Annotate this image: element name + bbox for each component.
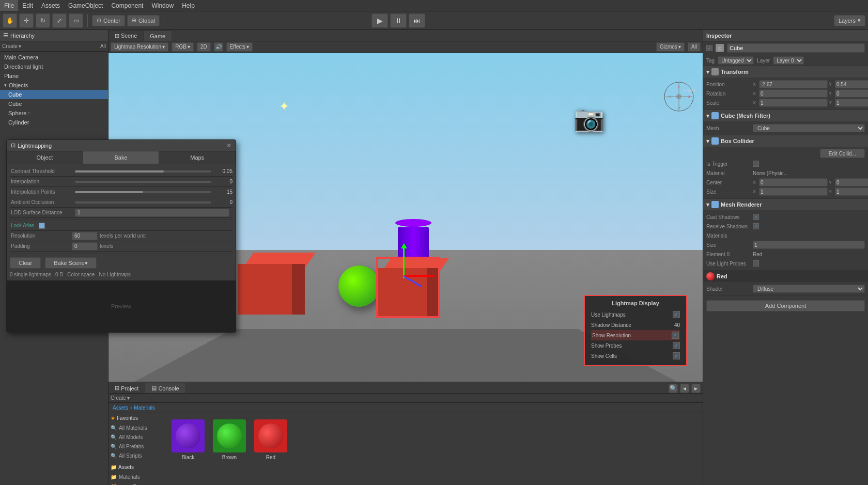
- lm-lock-atlas-check[interactable]: [39, 223, 45, 229]
- hand-tool[interactable]: ✋: [3, 13, 17, 28]
- menu-component[interactable]: Component: [107, 0, 147, 11]
- bottom-collapse-btn[interactable]: ◂: [680, 384, 689, 393]
- rgb-btn[interactable]: RGB ▾: [172, 42, 194, 52]
- center-x-input[interactable]: [759, 178, 828, 186]
- object-name-input[interactable]: [727, 43, 865, 53]
- transform-header[interactable]: ▾ Transform: [703, 66, 868, 77]
- menu-gameobject[interactable]: GameObject: [64, 0, 107, 11]
- project-create-btn[interactable]: Create ▾: [111, 395, 130, 401]
- tab-game[interactable]: Game: [144, 30, 172, 41]
- lm-tab-object[interactable]: Object: [7, 151, 83, 164]
- hier-main-camera[interactable]: Main Camera: [0, 53, 108, 62]
- fav-all-models[interactable]: 🔍 All Models: [111, 432, 163, 442]
- asset-red[interactable]: Red: [254, 419, 287, 460]
- move-tool[interactable]: ✛: [19, 13, 34, 28]
- menu-window[interactable]: Window: [147, 0, 178, 11]
- hier-cylinder[interactable]: Cylinder: [0, 118, 108, 127]
- all-btn[interactable]: All: [688, 42, 701, 52]
- lm-tab-maps[interactable]: Maps: [159, 151, 236, 164]
- pause-button[interactable]: ⏸: [390, 13, 407, 28]
- lm-ambient-slider[interactable]: [75, 201, 211, 204]
- lm-bake-btn[interactable]: Bake Scene ▾: [45, 257, 96, 269]
- receive-shadows-check[interactable]: [753, 223, 759, 229]
- use-light-probes-check[interactable]: [753, 260, 759, 267]
- material-header[interactable]: Red: [703, 271, 868, 282]
- effects-btn[interactable]: Effects ▾: [226, 42, 253, 52]
- lightmap-resolution-btn[interactable]: Lightmap Resolution ▾: [111, 42, 168, 52]
- scale-tool[interactable]: ⤢: [52, 13, 67, 28]
- play-button[interactable]: ▶: [371, 13, 388, 28]
- breadcrumb-assets[interactable]: Assets: [113, 405, 128, 411]
- mesh-select[interactable]: Cube: [753, 124, 865, 132]
- lm-tab-bake[interactable]: Bake: [83, 151, 160, 164]
- hier-cube-1[interactable]: Cube: [0, 90, 108, 99]
- menu-assets[interactable]: Assets: [37, 0, 64, 11]
- lm-interp-points-slider[interactable]: [75, 191, 211, 193]
- edit-collider-btn[interactable]: Edit Collid...: [820, 149, 865, 158]
- fav-all-materials[interactable]: 🔍 All Materials: [111, 423, 163, 432]
- ld-use-lightmaps-check[interactable]: ✓: [673, 311, 680, 318]
- fav-all-prefabs[interactable]: 🔍 All Prefabs: [111, 442, 163, 451]
- center-y-input[interactable]: [835, 178, 868, 186]
- breadcrumb-materials[interactable]: Materials: [134, 405, 155, 411]
- tab-project[interactable]: ⊞ Project: [109, 383, 145, 393]
- shader-select[interactable]: Diffuse: [753, 285, 865, 293]
- tab-scene[interactable]: ⊞ Scene: [109, 30, 144, 41]
- hier-cube-2[interactable]: Cube: [0, 99, 108, 108]
- hier-plane[interactable]: Plane: [0, 71, 108, 81]
- hier-sphere[interactable]: Sphere :: [0, 108, 108, 118]
- audio-btn[interactable]: 🔊: [214, 42, 223, 52]
- fav-all-scripts[interactable]: 🔍 All Scripts: [111, 451, 163, 460]
- box-collider-header[interactable]: ▾ Box Collider: [703, 135, 868, 147]
- 2d-btn[interactable]: 2D: [197, 42, 211, 52]
- layers-dropdown[interactable]: Layers ▾: [834, 15, 865, 26]
- position-x-input[interactable]: [759, 80, 828, 88]
- lm-clear-btn[interactable]: Clear: [10, 257, 41, 269]
- object-active-check[interactable]: [706, 45, 712, 51]
- tab-console[interactable]: ▤ Console: [145, 383, 185, 393]
- lm-contrast-slider[interactable]: [75, 170, 211, 173]
- ld-show-cells-check[interactable]: ✓: [673, 352, 680, 359]
- pivot-center-btn[interactable]: ⊙ Center: [92, 15, 125, 26]
- mat-size-input[interactable]: [753, 241, 865, 249]
- bottom-search-btn[interactable]: 🔍: [669, 384, 678, 393]
- position-y-input[interactable]: [835, 80, 868, 88]
- scale-x-input[interactable]: [759, 99, 828, 107]
- hier-objects[interactable]: ▾ Objects: [0, 81, 108, 90]
- mesh-renderer-header[interactable]: ▾ Mesh Renderer: [703, 199, 868, 210]
- menu-file[interactable]: File: [0, 0, 18, 11]
- ld-show-probes-check[interactable]: ✓: [673, 342, 680, 349]
- tag-select[interactable]: Untagged: [718, 56, 754, 65]
- size-y-input[interactable]: [835, 187, 868, 196]
- rotate-tool[interactable]: ↻: [36, 13, 50, 28]
- layer-select[interactable]: Layer 0: [773, 56, 804, 65]
- hierarchy-all-btn[interactable]: All: [100, 43, 106, 49]
- bottom-expand-btn[interactable]: ▸: [691, 384, 701, 393]
- lm-interpolation-slider[interactable]: [75, 181, 211, 183]
- ld-show-resolution-check[interactable]: ✓: [672, 332, 679, 339]
- menu-help[interactable]: Help: [178, 0, 199, 11]
- rotation-y-input[interactable]: [835, 89, 868, 98]
- hier-directional-light[interactable]: Directional light: [0, 62, 108, 71]
- asset-brown[interactable]: Brown: [213, 419, 246, 460]
- size-x-input[interactable]: [759, 187, 828, 196]
- rotation-x-input[interactable]: [759, 89, 828, 98]
- lm-close-btn[interactable]: ✕: [226, 142, 231, 149]
- red-cube-right-selected[interactable]: [377, 258, 439, 317]
- red-cube-left[interactable]: [238, 253, 305, 315]
- step-button[interactable]: ⏭: [409, 13, 425, 28]
- mesh-filter-header[interactable]: ▾ Cube (Mesh Filter): [703, 110, 868, 121]
- rect-tool[interactable]: ▭: [69, 13, 83, 28]
- gizmos-btn[interactable]: Gizmos ▾: [656, 42, 685, 52]
- lm-resolution-input[interactable]: [72, 232, 98, 240]
- cast-shadows-check[interactable]: [753, 214, 759, 220]
- hierarchy-create-btn[interactable]: Create ▾: [2, 43, 21, 49]
- lm-title-bar[interactable]: ⊡ Lightmapping ✕: [7, 140, 236, 151]
- folder-materials[interactable]: 📁 Materials: [111, 472, 163, 481]
- add-component-btn[interactable]: Add Component: [706, 300, 865, 311]
- is-trigger-check[interactable]: [753, 161, 759, 167]
- lm-lock-atlas-label[interactable]: Lock Atlas: [10, 222, 36, 229]
- global-local-btn[interactable]: ⊕ Global: [127, 15, 160, 26]
- lm-padding-input[interactable]: [72, 242, 98, 251]
- scale-y-input[interactable]: [835, 99, 868, 107]
